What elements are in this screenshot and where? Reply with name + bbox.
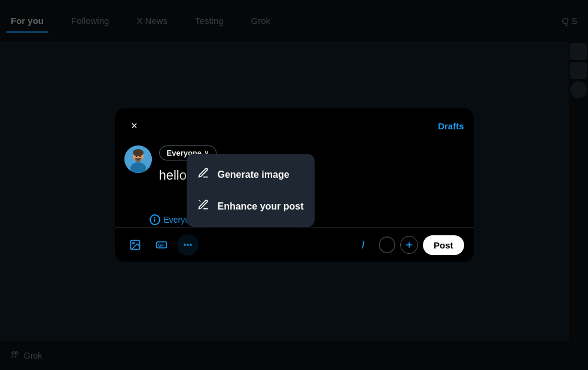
svg-point-4 (135, 156, 136, 157)
gif-icon[interactable]: GIF (151, 234, 172, 256)
italic-icon[interactable]: I (352, 234, 374, 256)
generate-image-option[interactable]: Generate image (187, 159, 315, 190)
svg-point-2 (133, 149, 144, 156)
character-counter (379, 236, 395, 253)
enhance-post-option[interactable]: Enhance your post (187, 190, 315, 222)
info-icon: i (150, 214, 160, 225)
enhance-post-icon (197, 199, 209, 214)
add-post-button[interactable] (400, 236, 418, 254)
modal-header: × Drafts (115, 108, 474, 141)
svg-line-15 (199, 201, 200, 202)
more-options-icon[interactable] (177, 234, 199, 256)
generate-image-icon (197, 167, 209, 182)
close-button[interactable]: × (124, 116, 145, 136)
image-icon[interactable] (124, 234, 146, 256)
grok-dropdown-menu: Generate image Enhance your post (187, 154, 315, 227)
svg-text:GIF: GIF (158, 243, 164, 247)
svg-point-12 (190, 244, 191, 245)
svg-point-7 (132, 242, 134, 244)
drafts-button[interactable]: Drafts (438, 121, 464, 131)
avatar (124, 145, 152, 173)
post-button[interactable]: Post (423, 235, 464, 255)
svg-point-5 (139, 156, 140, 157)
svg-point-11 (184, 244, 185, 245)
compose-modal: × Drafts (115, 108, 474, 262)
compose-toolbar: GIF I Post (115, 228, 474, 262)
svg-point-10 (187, 244, 188, 245)
